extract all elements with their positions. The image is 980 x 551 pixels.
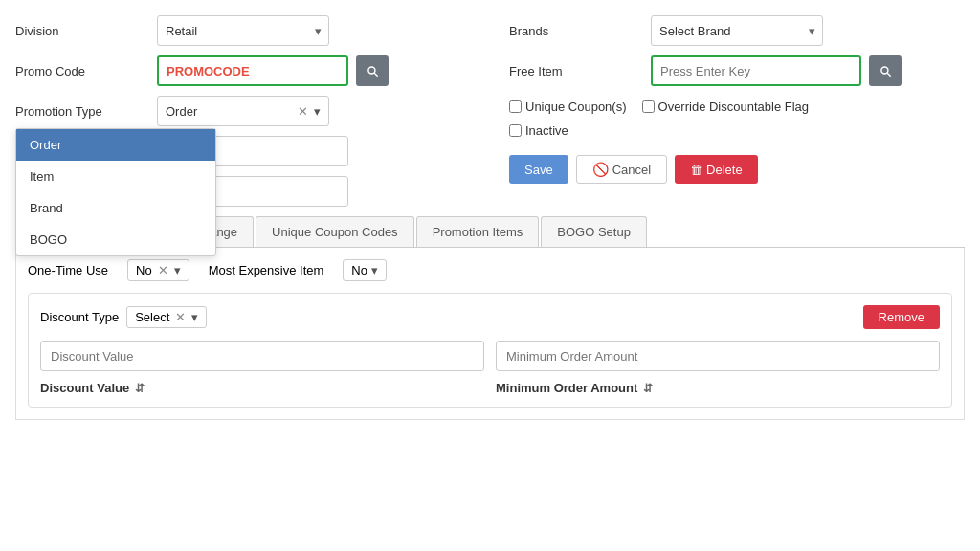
brands-select[interactable]: Select Brand (651, 15, 823, 46)
promo-code-input[interactable] (157, 55, 348, 86)
one-time-use-select[interactable]: No ✕ ▾ (127, 259, 189, 281)
discount-type-label: Discount Type (40, 310, 119, 324)
cancel-icon: 🚫 (592, 162, 609, 177)
inactive-label: Inactive (525, 123, 568, 138)
discount-card: Discount Type Select ✕ ▾ Remove Discount… (28, 293, 952, 408)
free-item-search-button[interactable] (869, 55, 902, 86)
discount-value-col-label: Discount Value (40, 381, 129, 395)
discount-value-sort-col: Discount Value ⇵ (40, 381, 484, 395)
promotion-type-dropdown: Order Item Brand BOGO (15, 128, 216, 256)
cancel-button[interactable]: 🚫 Cancel (576, 155, 667, 184)
trash-icon: 🗑 (690, 163, 702, 177)
search-icon (366, 64, 379, 77)
dropdown-item-brand[interactable]: Brand (16, 192, 215, 224)
dropdown-item-bogo[interactable]: BOGO (16, 224, 215, 255)
discount-type-value: Select (135, 310, 169, 324)
action-buttons-row: Save 🚫 Cancel 🗑 Delete (509, 155, 965, 184)
tab-unique-coupon-codes[interactable]: Unique Coupon Codes (256, 216, 414, 247)
brands-select-wrapper[interactable]: Select Brand ▾ (651, 15, 823, 46)
tab-promotion-items[interactable]: Promotion Items (416, 216, 540, 247)
dropdown-item-item[interactable]: Item (16, 161, 215, 192)
one-time-use-label: One-Time Use (28, 263, 108, 277)
one-time-clear-icon[interactable]: ✕ (158, 263, 168, 277)
remove-button[interactable]: Remove (863, 305, 940, 329)
promotion-type-label: Promotion Type (15, 104, 149, 119)
most-expensive-label: Most Expensive Item (209, 263, 324, 277)
unique-coupons-checkbox[interactable]: Unique Coupon(s) (509, 99, 627, 114)
most-expensive-value: No (351, 263, 368, 277)
criteria-panel: One-Time Use No ✕ ▾ Most Expensive Item … (15, 248, 965, 420)
discount-type-select[interactable]: Select ✕ ▾ (126, 306, 207, 328)
override-flag-checkbox[interactable]: Override Discountable Flag (642, 99, 810, 114)
division-select-wrapper[interactable]: Retail ▾ (157, 15, 329, 46)
discount-value-sort-icon[interactable]: ⇵ (135, 382, 145, 395)
cancel-label: Cancel (612, 163, 651, 177)
discount-type-clear-icon[interactable]: ✕ (175, 310, 186, 324)
override-flag-label: Override Discountable Flag (658, 99, 810, 114)
discount-inputs-row (40, 341, 940, 371)
discount-value-input[interactable] (40, 341, 484, 371)
min-order-col-label: Minimum Order Amount (496, 381, 637, 395)
promotion-type-chevron-icon[interactable]: ▾ (314, 104, 321, 119)
unique-coupons-check[interactable] (509, 100, 522, 113)
override-flag-check[interactable] (642, 100, 655, 113)
most-expensive-chevron-icon[interactable]: ▾ (371, 263, 378, 277)
promo-code-label: Promo Code (15, 64, 149, 78)
brands-label: Brands (509, 24, 643, 38)
dropdown-item-order[interactable]: Order (16, 129, 215, 161)
free-item-input[interactable] (651, 55, 861, 86)
promotion-type-value: Order (166, 104, 197, 119)
discount-type-row: Discount Type Select ✕ ▾ (40, 306, 207, 328)
min-order-input[interactable] (496, 341, 940, 371)
most-expensive-select[interactable]: No ▾ (343, 259, 387, 281)
save-button[interactable]: Save (509, 155, 568, 184)
division-select[interactable]: Retail (157, 15, 329, 46)
free-item-label: Free Item (509, 64, 643, 78)
inactive-check[interactable] (509, 124, 522, 137)
min-order-sort-col: Minimum Order Amount ⇵ (496, 381, 940, 395)
promotion-type-clear-icon[interactable]: ✕ (298, 104, 308, 119)
discount-card-header: Discount Type Select ✕ ▾ Remove (40, 305, 940, 329)
tab-bogo-setup[interactable]: BOGO Setup (541, 216, 647, 247)
inactive-checkbox[interactable]: Inactive (509, 123, 568, 138)
one-time-chevron-icon[interactable]: ▾ (174, 263, 181, 277)
discount-type-chevron-icon[interactable]: ▾ (191, 310, 198, 324)
one-time-use-value: No (136, 263, 152, 277)
promotion-type-input[interactable]: Order ✕ ▾ (157, 96, 329, 126)
delete-button[interactable]: 🗑 Delete (675, 155, 758, 184)
delete-label: Delete (706, 163, 743, 177)
free-item-search-icon (879, 64, 892, 77)
sort-row: Discount Value ⇵ Minimum Order Amount ⇵ (40, 381, 940, 395)
one-time-row: One-Time Use No ✕ ▾ Most Expensive Item … (28, 259, 952, 281)
division-label: Division (15, 24, 149, 38)
unique-coupons-label: Unique Coupon(s) (525, 99, 627, 114)
promo-search-button[interactable] (356, 55, 389, 86)
min-order-sort-icon[interactable]: ⇵ (643, 382, 653, 395)
